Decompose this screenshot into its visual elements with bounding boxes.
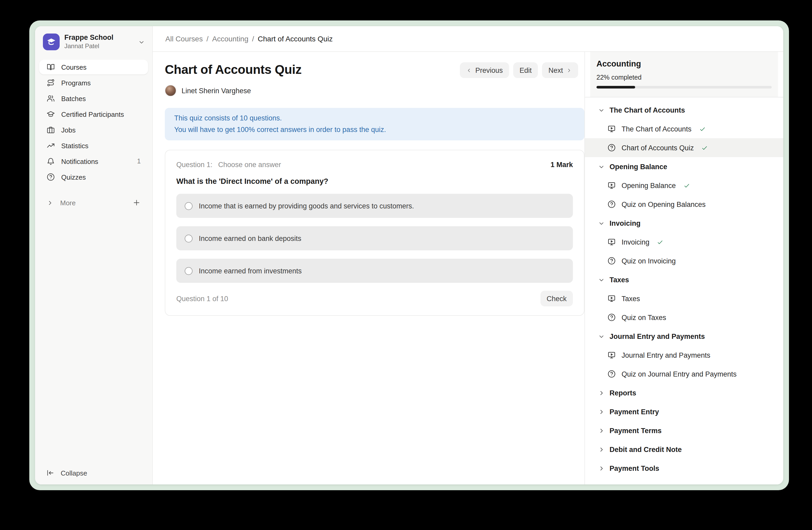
body-row: Chart of Accounts Quiz Previous Edit <box>153 52 783 485</box>
quiz-info-line: This quiz consists of 10 questions. <box>174 113 575 124</box>
monitor-play-icon <box>607 238 616 246</box>
outline-chapter-payment-entry[interactable]: Payment Entry <box>585 402 783 421</box>
collapse-sidebar-button[interactable]: Collapse <box>35 464 152 481</box>
answer-option-label: Income earned from investments <box>199 267 302 275</box>
course-outline-list: The Chart of AccountsThe Chart of Accoun… <box>585 97 783 478</box>
plus-icon[interactable] <box>132 198 141 207</box>
answer-option-1[interactable]: Income that is earned by providing goods… <box>176 194 573 218</box>
chevron-down-icon <box>598 220 605 226</box>
answer-option-label: Income that is earned by providing goods… <box>199 202 414 210</box>
check-button[interactable]: Check <box>540 291 573 306</box>
outline-lesson-chart-of-accounts-quiz[interactable]: Chart of Accounts Quiz <box>585 138 783 157</box>
outline-lesson-taxes[interactable]: Taxes <box>585 289 783 308</box>
help-circle-icon <box>607 143 616 152</box>
chevron-right-icon <box>598 465 605 472</box>
answer-option-2[interactable]: Income earned on bank deposits <box>176 226 573 250</box>
plus-icon[interactable] <box>132 198 141 207</box>
lesson-title: Quiz on Journal Entry and Payments <box>622 370 737 378</box>
outline-chapter-reports[interactable]: Reports <box>585 383 783 402</box>
outline-chapter-journal-entry-and-payments[interactable]: Journal Entry and Payments <box>585 327 783 346</box>
lesson-title: Taxes <box>622 295 640 303</box>
sidebar-item-batches[interactable]: Batches <box>39 91 148 106</box>
briefcase-icon <box>46 126 55 134</box>
next-button[interactable]: Next <box>542 62 578 78</box>
sidebar-item-more[interactable]: More <box>35 195 152 211</box>
next-button-label: Next <box>548 66 563 74</box>
outline-chapter-opening-balance[interactable]: Opening Balance <box>585 157 783 176</box>
outline-chapter-debit-and-credit-note[interactable]: Debit and Credit Note <box>585 440 783 459</box>
sidebar-item-jobs[interactable]: Jobs <box>39 123 148 137</box>
chevron-right-icon <box>566 67 572 73</box>
chevron-down-icon <box>598 163 605 170</box>
sidebar-item-programs[interactable]: Programs <box>39 75 148 90</box>
chevron-right-icon <box>46 199 53 206</box>
arrow-left-to-line-icon <box>46 469 54 477</box>
breadcrumb-link-accounting[interactable]: Accounting <box>212 34 248 43</box>
app-frame: Frappe School Jannat Patel CoursesProgra… <box>35 26 783 485</box>
outline-lesson-invoicing[interactable]: Invoicing <box>585 233 783 251</box>
outline-chapter-the-chart-of-accounts[interactable]: The Chart of Accounts <box>585 100 783 120</box>
radio-button[interactable] <box>185 234 192 242</box>
outline-lesson-opening-balance[interactable]: Opening Balance <box>585 176 783 195</box>
lesson-title: Invoicing <box>622 238 650 246</box>
monitor-play-icon <box>607 351 616 359</box>
question-progress: Question 1 of 10 <box>176 295 228 303</box>
outline-lesson-journal-entry-and-payments[interactable]: Journal Entry and Payments <box>585 346 783 364</box>
previous-button[interactable]: Previous <box>460 62 509 78</box>
question-marks: 1 Mark <box>550 161 573 169</box>
question-footer: Question 1 of 10 Check <box>176 291 573 306</box>
help-circle-icon <box>607 313 616 322</box>
workspace-switcher[interactable]: Frappe School Jannat Patel <box>35 26 152 56</box>
chapter-title: Payment Terms <box>610 427 662 434</box>
previous-button-label: Previous <box>475 66 503 74</box>
breadcrumb: All Courses/Accounting/Chart of Accounts… <box>165 34 333 43</box>
outline-chapter-payment-tools[interactable]: Payment Tools <box>585 459 783 478</box>
radio-button[interactable] <box>185 267 192 275</box>
workspace-chevron[interactable] <box>138 39 145 45</box>
sidebar-menu: CoursesProgramsBatchesCertified Particip… <box>35 56 152 185</box>
edit-button-label: Edit <box>520 66 532 74</box>
screen: Frappe School Jannat Patel CoursesProgra… <box>0 0 812 530</box>
sidebar-item-statistics[interactable]: Statistics <box>39 138 148 153</box>
outline-chapter-taxes[interactable]: Taxes <box>585 270 783 289</box>
radio-button[interactable] <box>185 202 192 210</box>
quiz-nav-actions: Previous Edit Next <box>460 62 578 78</box>
chevron-down-icon <box>138 39 145 45</box>
course-outline-panel: Accounting 22% completed The Chart of Ac… <box>584 52 783 485</box>
sidebar-item-courses[interactable]: Courses <box>39 60 148 74</box>
users-icon <box>46 94 55 103</box>
outline-lesson-quiz-on-invoicing[interactable]: Quiz on Invoicing <box>585 251 783 270</box>
help-circle-icon <box>607 200 616 208</box>
lesson-title: Chart of Accounts Quiz <box>622 144 694 152</box>
author-avatar <box>165 85 176 96</box>
workspace-user: Jannat Patel <box>64 43 114 50</box>
edit-button[interactable]: Edit <box>513 62 538 78</box>
breadcrumb-separator: / <box>252 34 254 43</box>
quiz-info-line: You will have to get 100% correct answer… <box>174 124 575 136</box>
sidebar-item-notifications[interactable]: Notifications1 <box>39 154 148 169</box>
main-content: Chart of Accounts Quiz Previous Edit <box>153 52 584 485</box>
course-title: Accounting <box>596 59 772 69</box>
chapter-title: Invoicing <box>610 219 641 227</box>
graduation-cap-icon <box>46 110 55 118</box>
chapter-title: Journal Entry and Payments <box>610 332 705 340</box>
outline-lesson-quiz-on-taxes[interactable]: Quiz on Taxes <box>585 308 783 327</box>
answer-option-3[interactable]: Income earned from investments <box>176 259 573 283</box>
breadcrumb-link-all-courses[interactable]: All Courses <box>165 34 203 43</box>
lesson-title: The Chart of Accounts <box>622 125 692 133</box>
bell-icon <box>46 157 55 166</box>
help-circle-icon <box>46 173 55 181</box>
outline-chapter-payment-terms[interactable]: Payment Terms <box>585 421 783 440</box>
chapter-title: Payment Tools <box>610 464 659 472</box>
question-number-label: Question 1: <box>176 161 213 169</box>
outline-lesson-quiz-on-opening-balances[interactable]: Quiz on Opening Balances <box>585 195 783 214</box>
outline-lesson-quiz-on-journal-entry-and-payments[interactable]: Quiz on Journal Entry and Payments <box>585 364 783 383</box>
monitor-play-icon <box>607 294 616 303</box>
sidebar-item-label: Batches <box>61 95 86 102</box>
outline-chapter-invoicing[interactable]: Invoicing <box>585 214 783 233</box>
sidebar-item-quizzes[interactable]: Quizzes <box>39 170 148 184</box>
course-outline-header-wrap: Accounting 22% completed <box>585 52 783 97</box>
sidebar-item-certified-participants[interactable]: Certified Participants <box>39 107 148 122</box>
outline-lesson-the-chart-of-accounts[interactable]: The Chart of Accounts <box>585 120 783 138</box>
chevron-down-icon <box>598 107 605 113</box>
